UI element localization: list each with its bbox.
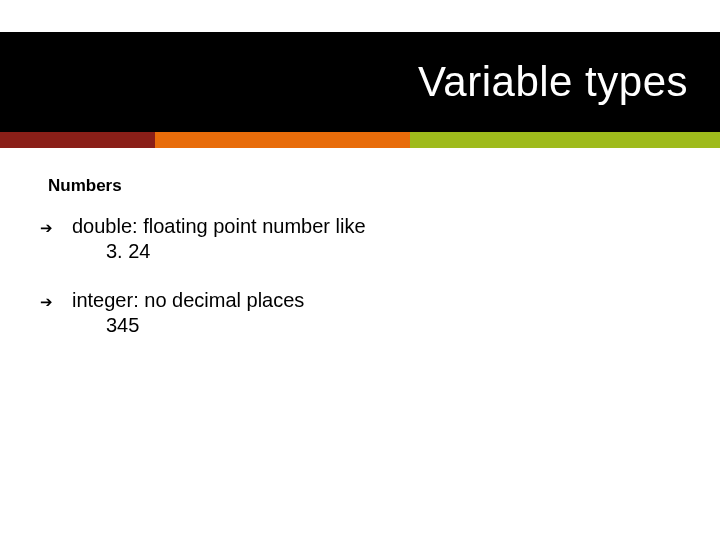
slide: Variable types Numbers ➔ double: floatin…	[0, 0, 720, 540]
title-bar: Variable types	[0, 32, 720, 132]
bullet-item: ➔ integer: no decimal places 345	[40, 288, 720, 338]
bullet-item: ➔ double: floating point number like 3. …	[40, 214, 720, 264]
subheading: Numbers	[48, 176, 720, 196]
stripe-segment-orange	[155, 132, 410, 148]
slide-title: Variable types	[418, 58, 688, 106]
arrow-icon: ➔	[40, 220, 58, 235]
bullet-main-text: double: floating point number like	[72, 214, 366, 239]
bullet-body: double: floating point number like 3. 24	[72, 214, 366, 264]
top-spacer	[0, 0, 720, 32]
bullet-sub-text: 3. 24	[106, 239, 366, 264]
stripe-segment-red	[0, 132, 155, 148]
bullet-main-text: integer: no decimal places	[72, 288, 304, 313]
bullet-list: ➔ double: floating point number like 3. …	[40, 214, 720, 338]
arrow-icon: ➔	[40, 294, 58, 309]
bullet-body: integer: no decimal places 345	[72, 288, 304, 338]
bullet-sub-text: 345	[106, 313, 304, 338]
stripe-segment-green	[410, 132, 720, 148]
accent-stripe	[0, 132, 720, 148]
